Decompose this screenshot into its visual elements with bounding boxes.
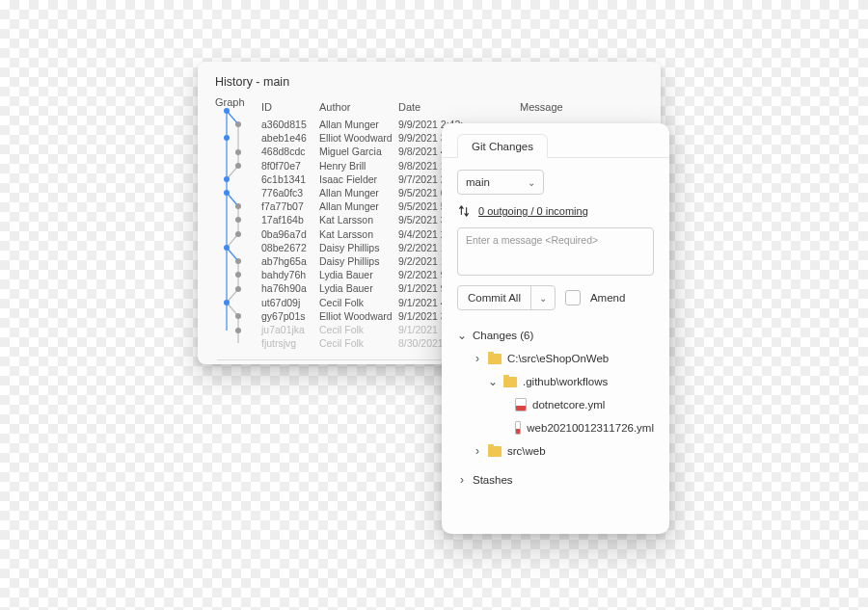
yaml-file-icon bbox=[515, 398, 527, 411]
commit-author: Lydia Bauer bbox=[319, 269, 398, 280]
tab-git-changes[interactable]: Git Changes bbox=[457, 134, 548, 158]
sync-status: 0 outgoing / 0 incoming bbox=[457, 204, 654, 218]
commit-author: Henry Brill bbox=[319, 160, 398, 172]
commit-id: ab7hg65a bbox=[261, 255, 319, 267]
commit-id: fjutrsjvg bbox=[261, 337, 319, 349]
commit-author: Allan Munger bbox=[319, 200, 398, 212]
git-changes-window: Git Changes main ⌄ 0 outgoing / 0 incomi… bbox=[442, 123, 669, 534]
stashes-label: Stashes bbox=[473, 474, 513, 486]
folder-icon bbox=[488, 354, 502, 364]
sync-arrows-icon bbox=[457, 204, 471, 218]
commit-author: Cecil Folk bbox=[319, 297, 398, 308]
stashes-section[interactable]: › Stashes bbox=[457, 468, 654, 491]
table-header: Graph ID Author Date Message bbox=[215, 96, 661, 118]
tree-file[interactable]: web20210012311726.yml bbox=[457, 416, 654, 439]
changes-section[interactable]: ⌄ Changes (6) bbox=[457, 324, 654, 347]
chevron-right-icon: › bbox=[457, 473, 467, 487]
col-author: Author bbox=[319, 101, 398, 113]
tree-folder-srcweb[interactable]: › src\web bbox=[457, 439, 654, 463]
commit-author: Cecil Folk bbox=[319, 337, 398, 349]
folder-label: .github\workflows bbox=[523, 376, 608, 387]
commit-id: ju7a01jka bbox=[261, 324, 319, 335]
commit-author: Kat Larsson bbox=[319, 228, 398, 240]
commit-id: 0ba96a7d bbox=[261, 228, 319, 240]
folder-icon bbox=[503, 377, 517, 387]
commit-id: 6c1b1341 bbox=[261, 173, 319, 185]
col-id: ID bbox=[261, 101, 319, 113]
commit-author: Elliot Woodward bbox=[319, 310, 398, 322]
folder-icon bbox=[488, 446, 502, 457]
history-title: History - main bbox=[198, 62, 661, 96]
col-date: Date bbox=[398, 101, 481, 113]
commit-id: bahdy76h bbox=[261, 269, 319, 280]
commit-message-input[interactable]: Enter a message <Required> bbox=[457, 227, 654, 276]
commit-all-button[interactable]: Commit All ⌄ bbox=[457, 285, 556, 310]
yaml-file-icon bbox=[515, 421, 521, 435]
tree-file[interactable]: dotnetcore.yml bbox=[457, 393, 654, 416]
commit-author: Miguel Garcia bbox=[319, 146, 398, 157]
commit-id: 468d8cdc bbox=[261, 146, 319, 157]
panel-body: main ⌄ 0 outgoing / 0 incoming Enter a m… bbox=[442, 158, 669, 534]
commit-dropdown[interactable]: ⌄ bbox=[530, 286, 555, 309]
amend-checkbox[interactable] bbox=[565, 290, 581, 305]
col-graph: Graph bbox=[215, 96, 261, 118]
folder-label: C:\src\eShopOnWeb bbox=[507, 353, 609, 364]
commit-author: Isaac Fielder bbox=[319, 173, 398, 185]
commit-id: 08be2672 bbox=[261, 242, 319, 253]
commit-id: 8f0f70e7 bbox=[261, 160, 319, 172]
branch-name: main bbox=[466, 176, 490, 188]
commit-author: Lydia Bauer bbox=[319, 282, 398, 294]
chevron-right-icon: › bbox=[473, 444, 482, 458]
folder-label: src\web bbox=[507, 445, 546, 457]
commit-id: 776a0fc3 bbox=[261, 187, 319, 199]
changes-header: Changes (6) bbox=[473, 330, 533, 341]
commit-author: Elliot Woodward bbox=[319, 132, 398, 144]
chevron-down-icon: ⌄ bbox=[457, 329, 467, 342]
commit-author: Daisy Phillips bbox=[319, 242, 398, 253]
tab-label: Git Changes bbox=[472, 141, 533, 152]
commit-id: a360d815 bbox=[261, 119, 319, 130]
file-label: dotnetcore.yml bbox=[532, 399, 605, 411]
commit-id: f7a77b07 bbox=[261, 200, 319, 212]
col-msg: Message bbox=[481, 101, 661, 113]
file-label: web20210012311726.yml bbox=[527, 422, 654, 434]
commit-id: ut67d09j bbox=[261, 297, 319, 308]
commit-id: ha76h90a bbox=[261, 282, 319, 294]
branch-selector[interactable]: main ⌄ bbox=[457, 170, 544, 195]
changes-tree: ⌄ Changes (6) › C:\src\eShopOnWeb ⌄ .git… bbox=[457, 324, 654, 491]
tab-bar: Git Changes bbox=[442, 123, 669, 158]
chevron-right-icon: › bbox=[473, 352, 482, 365]
commit-controls: Commit All ⌄ Amend bbox=[457, 285, 654, 310]
tree-folder-workflows[interactable]: ⌄ .github\workflows bbox=[457, 370, 654, 393]
commit-id: abeb1e46 bbox=[261, 132, 319, 144]
chevron-down-icon: ⌄ bbox=[488, 375, 498, 388]
commit-id: gy67p01s bbox=[261, 310, 319, 322]
chevron-down-icon: ⌄ bbox=[528, 177, 535, 188]
placeholder-text: Enter a message <Required> bbox=[466, 234, 598, 246]
tree-folder-root[interactable]: › C:\src\eShopOnWeb bbox=[457, 347, 654, 370]
commit-author: Allan Munger bbox=[319, 119, 398, 130]
sync-link[interactable]: 0 outgoing / 0 incoming bbox=[478, 205, 588, 217]
chevron-down-icon: ⌄ bbox=[539, 293, 547, 304]
commit-id: 17af164b bbox=[261, 214, 319, 225]
commit-label: Commit All bbox=[458, 292, 530, 304]
amend-label: Amend bbox=[590, 292, 625, 304]
commit-author: Allan Munger bbox=[319, 187, 398, 199]
commit-author: Daisy Phillips bbox=[319, 255, 398, 267]
commit-author: Cecil Folk bbox=[319, 324, 398, 335]
commit-author: Kat Larsson bbox=[319, 214, 398, 225]
